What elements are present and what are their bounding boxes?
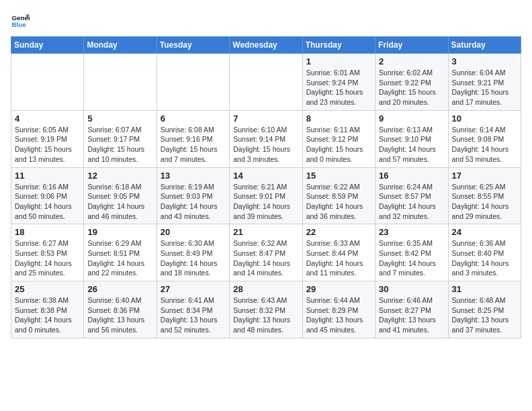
calendar-week-row: 25Sunrise: 6:38 AMSunset: 8:38 PMDayligh… bbox=[11, 281, 521, 338]
calendar-empty-cell bbox=[230, 54, 302, 111]
day-info: Sunrise: 6:19 AMSunset: 9:03 PMDaylight:… bbox=[161, 182, 226, 222]
day-number: 14 bbox=[233, 171, 298, 181]
day-number: 18 bbox=[15, 227, 80, 237]
calendar-day-5: 5Sunrise: 6:07 AMSunset: 9:17 PMDaylight… bbox=[84, 110, 157, 167]
calendar-day-26: 26Sunrise: 6:40 AMSunset: 8:36 PMDayligh… bbox=[84, 281, 157, 338]
logo-icon: General Blue bbox=[11, 11, 30, 30]
day-number: 11 bbox=[15, 171, 80, 181]
calendar-day-21: 21Sunrise: 6:32 AMSunset: 8:47 PMDayligh… bbox=[230, 224, 302, 281]
calendar-week-row: 1Sunrise: 6:01 AMSunset: 9:24 PMDaylight… bbox=[11, 54, 521, 111]
calendar-day-14: 14Sunrise: 6:21 AMSunset: 9:01 PMDayligh… bbox=[230, 167, 302, 224]
day-info: Sunrise: 6:41 AMSunset: 8:34 PMDaylight:… bbox=[161, 295, 226, 335]
day-info: Sunrise: 6:10 AMSunset: 9:14 PMDaylight:… bbox=[233, 125, 298, 165]
day-number: 25 bbox=[15, 284, 80, 294]
calendar-day-12: 12Sunrise: 6:18 AMSunset: 9:05 PMDayligh… bbox=[84, 167, 157, 224]
day-info: Sunrise: 6:05 AMSunset: 9:19 PMDaylight:… bbox=[15, 125, 80, 165]
calendar-day-6: 6Sunrise: 6:08 AMSunset: 9:16 PMDaylight… bbox=[157, 110, 229, 167]
day-info: Sunrise: 6:07 AMSunset: 9:17 PMDaylight:… bbox=[87, 125, 152, 165]
day-number: 20 bbox=[161, 227, 226, 237]
calendar-day-13: 13Sunrise: 6:19 AMSunset: 9:03 PMDayligh… bbox=[157, 167, 229, 224]
day-info: Sunrise: 6:43 AMSunset: 8:32 PMDaylight:… bbox=[233, 295, 298, 335]
calendar-day-7: 7Sunrise: 6:10 AMSunset: 9:14 PMDaylight… bbox=[230, 110, 302, 167]
calendar-day-15: 15Sunrise: 6:22 AMSunset: 8:59 PMDayligh… bbox=[302, 167, 375, 224]
calendar-day-24: 24Sunrise: 6:36 AMSunset: 8:40 PMDayligh… bbox=[448, 224, 521, 281]
calendar-table: SundayMondayTuesdayWednesdayThursdayFrid… bbox=[11, 36, 521, 338]
calendar-day-22: 22Sunrise: 6:33 AMSunset: 8:44 PMDayligh… bbox=[302, 224, 375, 281]
day-info: Sunrise: 6:14 AMSunset: 9:08 PMDaylight:… bbox=[452, 125, 517, 165]
day-number: 10 bbox=[452, 113, 517, 124]
day-info: Sunrise: 6:35 AMSunset: 8:42 PMDaylight:… bbox=[379, 238, 444, 278]
calendar-day-25: 25Sunrise: 6:38 AMSunset: 8:38 PMDayligh… bbox=[11, 281, 84, 338]
day-info: Sunrise: 6:02 AMSunset: 9:22 PMDaylight:… bbox=[379, 68, 444, 107]
day-info: Sunrise: 6:24 AMSunset: 8:57 PMDaylight:… bbox=[379, 182, 444, 222]
day-number: 26 bbox=[87, 284, 152, 294]
calendar-day-8: 8Sunrise: 6:11 AMSunset: 9:12 PMDaylight… bbox=[302, 110, 375, 167]
calendar-week-row: 18Sunrise: 6:27 AMSunset: 8:53 PMDayligh… bbox=[11, 224, 521, 281]
calendar-body: 1Sunrise: 6:01 AMSunset: 9:24 PMDaylight… bbox=[11, 54, 521, 338]
day-info: Sunrise: 6:32 AMSunset: 8:47 PMDaylight:… bbox=[233, 238, 298, 278]
day-info: Sunrise: 6:22 AMSunset: 8:59 PMDaylight:… bbox=[306, 182, 371, 222]
calendar-day-10: 10Sunrise: 6:14 AMSunset: 9:08 PMDayligh… bbox=[448, 110, 521, 167]
day-info: Sunrise: 6:16 AMSunset: 9:06 PMDaylight:… bbox=[15, 182, 80, 222]
day-info: Sunrise: 6:46 AMSunset: 8:27 PMDaylight:… bbox=[379, 295, 444, 335]
svg-text:Blue: Blue bbox=[11, 21, 26, 28]
day-info: Sunrise: 6:04 AMSunset: 9:21 PMDaylight:… bbox=[452, 68, 517, 107]
day-header-sunday: Sunday bbox=[11, 37, 84, 54]
day-info: Sunrise: 6:36 AMSunset: 8:40 PMDaylight:… bbox=[452, 238, 517, 278]
calendar-day-30: 30Sunrise: 6:46 AMSunset: 8:27 PMDayligh… bbox=[375, 281, 448, 338]
day-info: Sunrise: 6:18 AMSunset: 9:05 PMDaylight:… bbox=[87, 182, 152, 222]
day-info: Sunrise: 6:25 AMSunset: 8:55 PMDaylight:… bbox=[452, 182, 517, 222]
day-number: 19 bbox=[87, 227, 152, 237]
day-info: Sunrise: 6:13 AMSunset: 9:10 PMDaylight:… bbox=[379, 125, 444, 165]
day-info: Sunrise: 6:40 AMSunset: 8:36 PMDaylight:… bbox=[87, 295, 152, 335]
day-number: 6 bbox=[161, 113, 226, 124]
calendar-day-19: 19Sunrise: 6:29 AMSunset: 8:51 PMDayligh… bbox=[84, 224, 157, 281]
day-number: 28 bbox=[233, 284, 298, 294]
calendar-day-27: 27Sunrise: 6:41 AMSunset: 8:34 PMDayligh… bbox=[157, 281, 229, 338]
day-number: 9 bbox=[379, 113, 444, 124]
calendar-day-11: 11Sunrise: 6:16 AMSunset: 9:06 PMDayligh… bbox=[11, 167, 84, 224]
day-info: Sunrise: 6:11 AMSunset: 9:12 PMDaylight:… bbox=[306, 125, 371, 165]
day-header-monday: Monday bbox=[84, 37, 157, 54]
calendar-day-18: 18Sunrise: 6:27 AMSunset: 8:53 PMDayligh… bbox=[11, 224, 84, 281]
calendar-day-9: 9Sunrise: 6:13 AMSunset: 9:10 PMDaylight… bbox=[375, 110, 448, 167]
calendar-day-20: 20Sunrise: 6:30 AMSunset: 8:49 PMDayligh… bbox=[157, 224, 229, 281]
day-number: 21 bbox=[233, 227, 298, 237]
calendar-week-row: 11Sunrise: 6:16 AMSunset: 9:06 PMDayligh… bbox=[11, 167, 521, 224]
day-header-tuesday: Tuesday bbox=[157, 37, 229, 54]
day-info: Sunrise: 6:38 AMSunset: 8:38 PMDaylight:… bbox=[15, 295, 80, 335]
calendar-day-17: 17Sunrise: 6:25 AMSunset: 8:55 PMDayligh… bbox=[448, 167, 521, 224]
day-number: 7 bbox=[233, 113, 298, 124]
calendar-day-29: 29Sunrise: 6:44 AMSunset: 8:29 PMDayligh… bbox=[302, 281, 375, 338]
calendar-day-2: 2Sunrise: 6:02 AMSunset: 9:22 PMDaylight… bbox=[375, 54, 448, 111]
day-number: 16 bbox=[379, 171, 444, 181]
day-number: 30 bbox=[379, 284, 444, 294]
calendar-day-31: 31Sunrise: 6:48 AMSunset: 8:25 PMDayligh… bbox=[448, 281, 521, 338]
calendar-empty-cell bbox=[11, 54, 84, 111]
day-info: Sunrise: 6:21 AMSunset: 9:01 PMDaylight:… bbox=[233, 182, 298, 222]
day-number: 22 bbox=[306, 227, 371, 237]
day-header-wednesday: Wednesday bbox=[230, 37, 302, 54]
day-number: 8 bbox=[306, 113, 371, 124]
day-number: 5 bbox=[87, 113, 152, 124]
calendar-day-16: 16Sunrise: 6:24 AMSunset: 8:57 PMDayligh… bbox=[375, 167, 448, 224]
day-info: Sunrise: 6:29 AMSunset: 8:51 PMDaylight:… bbox=[87, 238, 152, 278]
day-info: Sunrise: 6:48 AMSunset: 8:25 PMDaylight:… bbox=[452, 295, 517, 335]
day-number: 4 bbox=[15, 113, 80, 124]
day-info: Sunrise: 6:44 AMSunset: 8:29 PMDaylight:… bbox=[306, 295, 371, 335]
calendar-day-4: 4Sunrise: 6:05 AMSunset: 9:19 PMDaylight… bbox=[11, 110, 84, 167]
day-number: 17 bbox=[452, 171, 517, 181]
day-number: 24 bbox=[452, 227, 517, 237]
calendar-empty-cell bbox=[84, 54, 157, 111]
day-header-friday: Friday bbox=[375, 37, 448, 54]
day-number: 29 bbox=[306, 284, 371, 294]
day-header-thursday: Thursday bbox=[302, 37, 375, 54]
day-info: Sunrise: 6:08 AMSunset: 9:16 PMDaylight:… bbox=[161, 125, 226, 165]
day-info: Sunrise: 6:27 AMSunset: 8:53 PMDaylight:… bbox=[15, 238, 80, 278]
day-number: 23 bbox=[379, 227, 444, 237]
day-info: Sunrise: 6:33 AMSunset: 8:44 PMDaylight:… bbox=[306, 238, 371, 278]
day-number: 1 bbox=[306, 56, 371, 66]
day-number: 31 bbox=[452, 284, 517, 294]
day-number: 3 bbox=[452, 56, 517, 66]
day-number: 2 bbox=[379, 56, 444, 66]
